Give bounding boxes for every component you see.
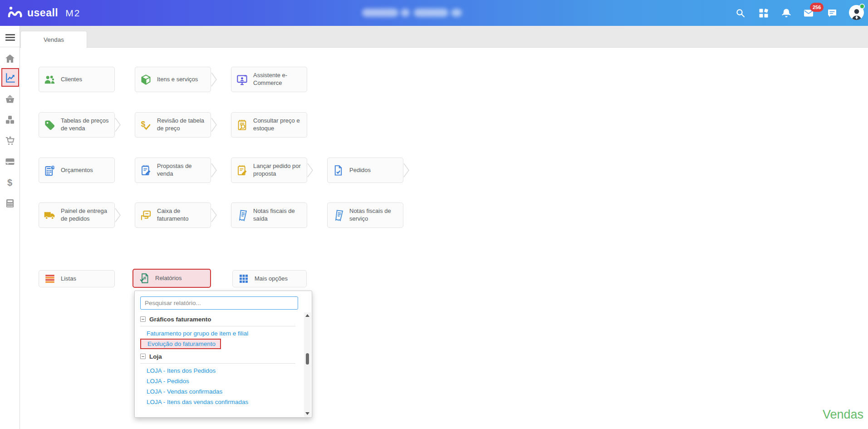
list-lines-icon <box>44 273 56 285</box>
tile-label: Notas fiscais de serviço <box>349 207 398 223</box>
tile-lancar-pedido-proposta[interactable]: Lançar pedido por proposta <box>231 158 307 183</box>
tile-painel-entrega-pedidos[interactable]: Painel de entrega de pedidos <box>39 202 115 228</box>
tile-label: Revisão de tabela de preço <box>157 117 206 133</box>
scroll-up-icon[interactable] <box>304 312 311 319</box>
scroll-down-icon[interactable] <box>304 410 311 417</box>
mail-count-badge: 256 <box>810 3 824 12</box>
app-root: useall M2 256 <box>0 0 868 429</box>
tile-mais-opcoes[interactable]: Mais opções <box>232 270 307 287</box>
tile-clientes[interactable]: Clientes <box>39 67 115 92</box>
svg-text:%: % <box>52 166 54 169</box>
tile-propostas-de-venda[interactable]: Propostas de venda <box>135 158 211 183</box>
apps-icon[interactable] <box>758 8 769 19</box>
report-link-faturamento-grupo[interactable]: Faturamento por grupo de item e filial <box>140 328 304 339</box>
cash-register-icon <box>140 209 152 222</box>
group-separator <box>140 326 295 326</box>
chevron-right-icon <box>114 117 122 133</box>
tile-relatorios[interactable]: Relatórios <box>132 269 211 288</box>
bell-icon[interactable] <box>781 8 792 19</box>
chevron-right-icon <box>211 207 218 223</box>
report-link-loja-vendas-confirmadas[interactable]: LOJA - Vendas confirmadas <box>140 386 304 397</box>
calculator-icon[interactable] <box>0 196 20 211</box>
notepad-pencil-gold-icon <box>236 164 248 177</box>
tile-label: Tabelas de preços de venda <box>61 117 110 133</box>
stock-cubes-icon[interactable] <box>0 112 20 128</box>
dollar-check-icon: $ <box>140 119 152 131</box>
blurred-icon <box>451 9 462 17</box>
menu-icon[interactable] <box>0 30 20 45</box>
search-icon[interactable] <box>735 8 746 19</box>
tile-caixa-faturamento[interactable]: Caixa de faturamento <box>135 202 211 228</box>
brand-product: M2 <box>65 8 80 19</box>
tile-consultar-preco-estoque[interactable]: Consultar preço e estoque <box>231 112 307 138</box>
tile-label: Pedidos <box>349 167 371 174</box>
price-tag-icon <box>44 119 56 131</box>
tile-label: Consultar preço e estoque <box>253 117 302 133</box>
tile-label: Listas <box>61 275 76 283</box>
sidebar: $ <box>0 26 20 429</box>
clients-icon <box>44 74 56 86</box>
tile-label: Lançar pedido por proposta <box>253 163 302 178</box>
clipboard-search-icon <box>236 119 248 131</box>
dollar-icon[interactable]: $ <box>0 175 20 190</box>
report-link-loja-pedidos[interactable]: LOJA - Pedidos <box>140 376 304 386</box>
tile-assistente-ecommerce[interactable]: Assistente e-Commerce <box>231 67 307 92</box>
report-search-input[interactable] <box>140 296 298 310</box>
chevron-right-icon <box>307 163 314 178</box>
brand: useall M2 <box>7 5 80 21</box>
chevron-right-icon <box>114 207 122 223</box>
items-cube-icon <box>140 74 152 86</box>
report-check-icon <box>138 272 150 285</box>
report-link-evolucao-faturamento[interactable]: Evolução do faturamento <box>140 339 221 349</box>
tile-label: Propostas de venda <box>157 163 206 178</box>
tile-notas-fiscais-servico[interactable]: Notas fiscais de serviço <box>327 202 403 228</box>
tile-revisao-tabela-preco[interactable]: $ Revisão de tabela de preço <box>135 112 211 138</box>
chat-icon[interactable] <box>827 8 838 19</box>
group-separator <box>140 363 295 364</box>
brand-name: useall <box>27 7 58 19</box>
report-group-header[interactable]: − Gráficos faturamento <box>140 314 304 325</box>
tile-pedidos[interactable]: Pedidos <box>327 158 403 183</box>
invoice-icon <box>332 209 344 222</box>
cart-plus-icon[interactable] <box>0 133 20 148</box>
report-link-loja-itens-pedidos[interactable]: LOJA - Itens dos Pedidos <box>140 365 304 376</box>
tile-label: Itens e serviços <box>157 76 198 84</box>
document-check-icon <box>332 164 344 177</box>
group-label: Loja <box>149 353 162 360</box>
tile-label: Orçamentos <box>61 167 93 174</box>
tab-strip: Vendas <box>20 26 868 48</box>
collapse-icon[interactable]: − <box>140 316 146 322</box>
invoice-icon <box>236 209 248 222</box>
tile-label: Caixa de faturamento <box>157 207 206 223</box>
tab-vendas[interactable]: Vendas <box>20 31 87 48</box>
truck-icon <box>44 209 56 222</box>
sidebar-item-sales-active[interactable] <box>1 68 19 87</box>
tile-listas[interactable]: Listas <box>39 270 115 287</box>
tile-notas-fiscais-saida[interactable]: Notas fiscais de saída <box>231 202 307 228</box>
card-icon[interactable] <box>0 154 20 169</box>
tile-label: Mais opções <box>255 275 288 283</box>
collapse-icon[interactable]: − <box>140 354 146 359</box>
chevron-right-icon <box>211 117 218 133</box>
top-bar: useall M2 256 <box>0 0 868 26</box>
calculator-percent-icon: % <box>44 164 56 177</box>
tile-label: Relatórios <box>155 275 182 282</box>
tile-itens-e-servicos[interactable]: Itens e serviços <box>135 67 211 92</box>
chevron-right-icon <box>403 163 410 178</box>
sidebar-divider <box>0 47 20 47</box>
home-icon[interactable] <box>0 51 20 66</box>
scrollbar[interactable] <box>304 312 311 417</box>
group-label: Gráficos faturamento <box>149 316 211 323</box>
report-group-header[interactable]: − Loja <box>140 351 304 362</box>
basket-icon[interactable] <box>0 91 20 107</box>
report-link-loja-itens-vendas-confirmadas[interactable]: LOJA - Itens das vendas confirmadas <box>140 397 304 407</box>
tile-label: Painel de entrega de pedidos <box>61 207 110 223</box>
tile-tabelas-de-precos[interactable]: Tabelas de preços de venda <box>39 112 115 138</box>
sales-chart-icon <box>5 72 16 84</box>
module-watermark: Vendas <box>823 408 863 422</box>
tile-orcamentos[interactable]: % Orçamentos <box>39 158 115 183</box>
relatorios-dropdown: − Gráficos faturamento Faturamento por g… <box>134 291 312 418</box>
tile-label: Clientes <box>61 76 82 84</box>
scrollbar-thumb[interactable] <box>306 353 309 365</box>
online-status-dot <box>859 4 865 9</box>
